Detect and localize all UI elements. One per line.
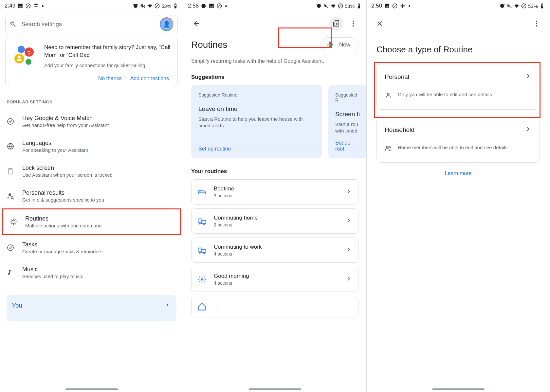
app-icon <box>33 3 39 9</box>
group-icon <box>385 145 392 152</box>
svg-point-41 <box>201 278 203 280</box>
no-thanks-button[interactable]: No thanks <box>98 76 122 81</box>
routine-im-home[interactable]: … <box>191 296 358 317</box>
chevron-right-icon <box>345 188 352 196</box>
svg-point-28 <box>353 25 354 27</box>
no-sim-icon <box>216 3 222 9</box>
chevron-right-icon <box>345 217 352 225</box>
svg-line-17 <box>13 199 14 199</box>
setting-routines[interactable]: RoutinesMultiple actions with one comman… <box>2 208 181 235</box>
your-routines-label: Your routines <box>191 168 358 175</box>
wifi-icon <box>147 3 153 9</box>
setting-languages[interactable]: LanguagesFor speaking to your Assistant <box>0 134 183 159</box>
clock: 2:58 <box>188 3 199 9</box>
suggestion-card-leave-on-time[interactable]: Suggested Routine Leave on time Start a … <box>191 85 322 158</box>
routine-commuting-home[interactable]: Commuting home2 actions <box>191 208 358 234</box>
svg-point-40 <box>204 253 205 254</box>
home-indicator[interactable] <box>65 388 118 390</box>
no-signal-icon <box>154 3 160 9</box>
routine-sub: 4 actions <box>214 251 262 257</box>
image-icon <box>17 3 23 9</box>
home-icon <box>197 302 207 311</box>
overflow-menu-button[interactable] <box>529 16 544 31</box>
learn-more-link[interactable]: Learn more <box>367 170 550 176</box>
svg-rect-52 <box>400 6 402 7</box>
set-up-routine-button[interactable]: Set up routine <box>198 146 315 152</box>
setting-tasks[interactable]: TasksCreate or manage tasks & reminders <box>0 235 183 260</box>
wifi-icon <box>514 3 520 9</box>
svg-rect-30 <box>329 45 331 48</box>
bed-icon <box>197 187 207 197</box>
no-signal-icon <box>521 3 527 9</box>
svg-line-1 <box>27 5 30 8</box>
mute-icon <box>323 3 329 9</box>
add-to-home-button[interactable] <box>329 16 343 31</box>
setting-personal-results[interactable]: Personal resultsGet info & suggestions s… <box>0 184 183 208</box>
suggestion-card-screen-time[interactable]: Suggested R Screen ti Start a rou with t… <box>328 85 366 158</box>
suggestion-desc: Start a rou with timed <box>335 121 360 134</box>
routines-screen: 2:58 53% Routines New Simplify recurring <box>183 0 367 392</box>
setting-title: Lock screen <box>22 165 113 171</box>
alarm-icon <box>499 3 505 9</box>
page-title: Choose a type of Routine <box>376 45 540 55</box>
home-indicator[interactable] <box>432 388 485 390</box>
svg-point-27 <box>353 23 354 24</box>
home-indicator[interactable] <box>249 388 301 390</box>
setting-title: Tasks <box>22 241 102 248</box>
search-settings-input[interactable]: Search settings 👤 <box>5 15 178 33</box>
person-search-icon <box>7 192 14 200</box>
svg-line-48 <box>204 276 205 277</box>
mute-icon <box>506 3 512 9</box>
page-title: Routines <box>191 40 228 50</box>
choose-routine-type-screen: 2:50 53% Choose a type of Routine Person… <box>367 0 550 392</box>
back-button[interactable] <box>189 16 204 31</box>
suggestion-title: Leave on time <box>198 105 315 113</box>
more-notifs-icon <box>409 5 410 7</box>
routine-title: Commuting to work <box>214 244 262 250</box>
promo-title: Need to remember that family story? Just… <box>44 44 171 59</box>
set-up-routine-button[interactable]: Set up rout <box>335 140 360 152</box>
svg-point-26 <box>353 21 354 22</box>
routine-good-morning[interactable]: Good morning4 actions <box>191 267 358 292</box>
routines-icon <box>9 218 17 226</box>
setting-sub: Get info & suggestions specific to you <box>22 197 104 203</box>
routine-type-personal[interactable]: Personal Only you will be able to edit a… <box>376 64 540 110</box>
messenger-icon <box>201 3 207 9</box>
account-avatar[interactable]: 👤 <box>160 17 174 31</box>
clock: 2:50 <box>371 3 382 9</box>
overflow-menu-button[interactable] <box>346 16 360 31</box>
routine-title: Bedtime <box>214 186 234 192</box>
routine-title: Commuting home <box>214 215 258 221</box>
svg-line-24 <box>339 5 342 8</box>
setting-title: Music <box>22 266 83 273</box>
sun-icon <box>197 275 207 284</box>
setting-voice-match[interactable]: Hey Google & Voice MatchGet hands-free h… <box>0 109 183 134</box>
you-card[interactable]: You <box>7 295 176 321</box>
routine-commuting-work[interactable]: Commuting to work4 actions <box>191 238 358 263</box>
chevron-right-icon <box>164 301 171 310</box>
new-routine-button[interactable]: New <box>321 37 358 52</box>
svg-rect-55 <box>402 6 403 8</box>
add-connections-button[interactable]: Add connections <box>130 76 169 81</box>
setting-lock-screen[interactable]: Lock screenUse Assistant when your scree… <box>0 159 183 184</box>
chevron-right-icon <box>524 126 532 134</box>
routine-bedtime[interactable]: Bedtime3 actions <box>191 179 358 205</box>
routine-type-household[interactable]: Household Home members will be able to e… <box>376 117 540 163</box>
type-title: Personal <box>385 73 409 80</box>
chevron-right-icon <box>524 73 532 81</box>
svg-point-64 <box>389 147 390 148</box>
search-icon <box>9 21 17 28</box>
svg-point-15 <box>9 193 11 196</box>
type-title: Household <box>385 126 414 134</box>
svg-rect-31 <box>327 44 330 45</box>
suggestion-desc: Start a Routine to help you leave the ho… <box>198 116 315 129</box>
close-button[interactable] <box>373 16 387 31</box>
setting-title: Routines <box>25 215 101 222</box>
new-label: New <box>339 42 350 48</box>
family-promo-card: Need to remember that family story? Just… <box>5 37 178 87</box>
suggestion-title: Screen ti <box>335 111 360 118</box>
setting-music[interactable]: MusicServices used to play music <box>0 260 183 285</box>
svg-line-46 <box>199 276 200 277</box>
clock: 2:49 <box>5 3 15 9</box>
setting-sub: Multiple actions with one command <box>25 223 101 228</box>
